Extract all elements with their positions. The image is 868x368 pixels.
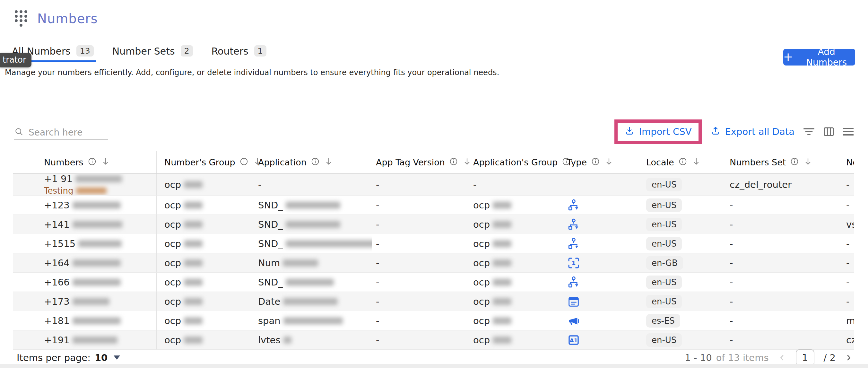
redacted-text	[286, 202, 340, 209]
items-per-page-value: 10	[95, 352, 107, 363]
column-header-type[interactable]: Type	[561, 151, 635, 174]
table-row[interactable]: +1 91Testingocp---en-UScz_del_router-	[13, 174, 854, 195]
table-row[interactable]: +166ocpSND_-ocpen-US--	[13, 273, 854, 292]
role-tooltip: trator	[0, 53, 31, 67]
column-header-not[interactable]: Not	[834, 151, 854, 174]
info-icon[interactable]	[240, 157, 248, 168]
table-row[interactable]: +1515ocpSND_-ocpen-US--	[13, 234, 854, 253]
column-header-numbers[interactable]: Numbers	[13, 151, 157, 174]
column-header-number-s-group[interactable]: Number's Group	[157, 151, 250, 174]
table-row[interactable]: +123ocpSND_-ocpen-US--	[13, 195, 854, 215]
cell-notes: vss	[834, 215, 854, 234]
phone-number: +1 91	[44, 174, 72, 184]
previous-page-icon[interactable]	[777, 353, 786, 363]
cell-type	[561, 273, 635, 292]
redacted-text	[184, 221, 203, 228]
export-all-data-button[interactable]: Export all Data	[710, 126, 795, 138]
cell-numbers: +164	[13, 253, 157, 272]
next-page-icon[interactable]	[844, 353, 853, 363]
cell-numbers-group: ocp	[157, 292, 250, 311]
redacted-text	[72, 317, 121, 324]
info-icon[interactable]	[790, 157, 799, 168]
redacted-text	[75, 175, 122, 182]
info-icon[interactable]	[311, 157, 320, 168]
info-icon[interactable]	[591, 157, 600, 168]
sort-arrow-icon[interactable]	[101, 157, 111, 168]
pagination: 1 - 10 of 13 items 1 / 2	[685, 349, 853, 366]
cell-app-tag-version: -	[372, 273, 468, 292]
info-icon[interactable]	[678, 157, 687, 168]
locale-badge: en-US	[646, 333, 682, 347]
info-icon[interactable]	[88, 157, 97, 168]
cell-type: A1	[561, 331, 635, 349]
redacted-text	[184, 337, 203, 344]
column-label: Application	[258, 157, 307, 167]
phone-number: +191	[44, 335, 70, 345]
table-row[interactable]: +181ocpspan-ocpes-ES-mm	[13, 311, 854, 331]
numbers-table: NumbersNumber's GroupApplicationApp Tag …	[13, 151, 854, 350]
sort-arrow-icon[interactable]	[324, 157, 334, 168]
menu-icon[interactable]	[843, 126, 854, 137]
sitemap-icon	[567, 198, 580, 212]
table-row[interactable]: +191ocplvtes-ocpA1en-US-cz	[13, 331, 854, 350]
phone-number: +166	[44, 277, 70, 288]
cell-app-tag-version: -	[372, 174, 468, 195]
cell-locale: en-GB	[635, 253, 718, 272]
cell-numbers-group: ocp	[157, 331, 250, 349]
tab-count-badge: 1	[254, 45, 267, 57]
column-header-numbers-set[interactable]: Numbers Set	[718, 151, 834, 174]
info-icon[interactable]	[449, 157, 458, 168]
calendar-icon	[567, 295, 580, 308]
sort-arrow-icon[interactable]	[604, 157, 614, 168]
add-numbers-button[interactable]: + Add Numbers	[783, 49, 855, 65]
phone-number: +123	[44, 200, 70, 211]
column-label: Numbers Set	[730, 157, 786, 167]
import-csv-label: Import CSV	[639, 126, 692, 137]
items-per-page[interactable]: Items per page: 10	[17, 352, 120, 363]
table-row[interactable]: +141ocpSND_-ocpen-US-vss	[13, 215, 854, 234]
column-label: App Tag Version	[376, 157, 445, 167]
redacted-text	[493, 259, 512, 267]
plus-icon: +	[783, 51, 793, 63]
table-row[interactable]: +173ocpDate-ocpen-US--	[13, 292, 854, 311]
items-per-page-caret-icon[interactable]	[114, 356, 120, 360]
page-bottom-strip	[0, 364, 868, 368]
filter-icon[interactable]	[803, 126, 815, 137]
locale-badge: en-US	[646, 218, 682, 231]
cell-notes: mm	[834, 311, 854, 330]
search-field[interactable]	[14, 125, 108, 140]
cell-applications-group: ocp	[468, 273, 561, 292]
frame-one-icon: 1	[567, 256, 580, 270]
locale-badge: es-ES	[646, 314, 680, 328]
column-header-locale[interactable]: Locale	[635, 151, 718, 174]
tab-number-sets[interactable]: Number Sets2	[112, 45, 193, 61]
tab-routers[interactable]: Routers1	[212, 45, 267, 61]
redacted-text	[493, 337, 512, 344]
column-label: Locale	[646, 157, 674, 167]
columns-icon[interactable]	[824, 126, 834, 137]
redacted-text	[184, 181, 203, 188]
locale-badge: en-US	[646, 276, 682, 289]
column-header-application-s-group[interactable]: Application's Group	[468, 151, 561, 174]
cell-numbers-group: ocp	[157, 234, 250, 253]
search-icon	[14, 127, 24, 138]
redacted-text	[184, 202, 203, 209]
redacted-text	[286, 279, 334, 286]
sort-arrow-icon[interactable]	[691, 157, 701, 168]
redacted-text	[72, 221, 122, 228]
page-title: Numbers	[37, 11, 98, 26]
page-number-input[interactable]: 1	[796, 349, 814, 366]
search-input[interactable]	[29, 127, 141, 138]
phone-number: +141	[44, 219, 70, 230]
cell-numbers-group: ocp	[157, 273, 250, 292]
column-header-application[interactable]: Application	[250, 151, 372, 174]
table-row[interactable]: +164ocpNum-ocp1en-GB--	[13, 253, 854, 273]
annotation-highlight: Import CSV	[614, 119, 702, 144]
dialpad-icon[interactable]	[15, 10, 28, 27]
cell-app-tag-version: -	[372, 253, 468, 272]
sort-arrow-icon[interactable]	[803, 157, 813, 168]
cell-locale: en-US	[635, 273, 718, 292]
cell-numbers: +1 91Testing	[13, 174, 157, 195]
import-csv-button[interactable]: Import CSV	[624, 126, 692, 138]
column-header-app-tag-version[interactable]: App Tag Version	[372, 151, 468, 174]
